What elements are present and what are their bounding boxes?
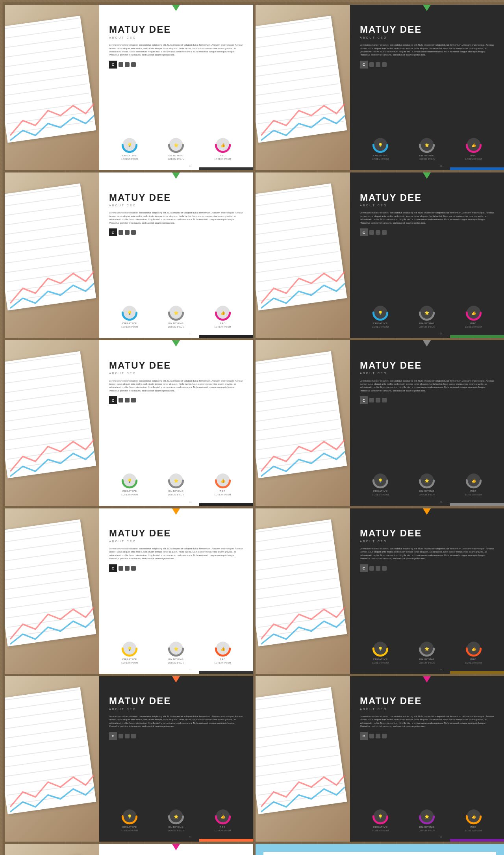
logo-row: C <box>109 228 243 236</box>
slide-title: MATUY DEE <box>360 193 494 202</box>
social-icon-1 <box>369 398 374 402</box>
bottom-bar <box>450 335 504 338</box>
svg-text:👍: 👍 <box>220 646 226 651</box>
donut-sublabel-1: LOREM IPSUM <box>168 493 184 496</box>
donut-item-2: 👍 PRO LOREM IPSUM <box>453 808 494 832</box>
donut-sublabel-0: LOREM IPSUM <box>121 662 138 664</box>
social-icon-1 <box>369 62 374 67</box>
photo-watermark: ABOUT CEO <box>258 445 261 464</box>
charts-row: 💡 CREATIVE LOREM IPSUM ⭐ <box>360 640 494 664</box>
bottom-bar <box>199 503 253 506</box>
donut-wrapper-0: 💡 <box>372 304 389 321</box>
social-icon-1 <box>119 734 123 738</box>
slide-body: Lorem ipsum dolor sit amet, consectetur … <box>109 211 243 224</box>
donut-label-1: ENJOYING <box>419 322 435 325</box>
donut-sublabel-0: LOREM IPSUM <box>121 493 138 496</box>
mini-chart <box>261 415 345 481</box>
donut-label-0: CREATIVE <box>122 154 137 157</box>
slide-inner: ABOUT CEO MATUY DEE ABOUT CEO Lorem ipsu… <box>5 340 253 506</box>
donut-wrapper-1: ⭐ <box>168 472 184 489</box>
slide-subtitle: ABOUT CEO <box>109 540 243 543</box>
social-icon-3 <box>131 734 136 738</box>
mini-chart <box>261 247 345 313</box>
slide-cell-4: ABOUT CEO MATUY DEE ABOUT CEO Lorem ipsu… <box>256 172 504 338</box>
mini-chart <box>10 751 94 817</box>
slide-subtitle: ABOUT CEO <box>360 371 494 375</box>
charts-row: 💡 CREATIVE LOREM IPSUM ⭐ <box>109 640 243 664</box>
social-icon-3 <box>382 62 387 67</box>
content-area-5: MATUY DEE ABOUT CEO Lorem ipsum dolor si… <box>99 340 253 506</box>
svg-text:💡: 💡 <box>127 311 132 316</box>
logo-row: C <box>109 564 243 572</box>
donut-label-1: ENJOYING <box>169 490 184 492</box>
slide-title: MATUY DEE <box>360 25 494 34</box>
donut-label-1: ENJOYING <box>169 154 184 157</box>
mini-chart <box>10 415 94 481</box>
donut-item-1: ⭐ ENJOYING LOREM IPSUM <box>406 640 448 664</box>
donut-sublabel-0: LOREM IPSUM <box>121 829 138 832</box>
slide-body: Lorem ipsum dolor sit amet, consectetur … <box>109 715 243 728</box>
logo-c: C <box>109 564 117 572</box>
slide-title: MATUY DEE <box>360 529 494 538</box>
donut-label-2: PRO <box>471 658 477 660</box>
donut-sublabel-2: LOREM IPSUM <box>465 829 482 832</box>
photo-watermark: ABOUT CEO <box>7 445 10 464</box>
slide-inner: ABOUT CEO MATUY DEE ABOUT CEO Lorem ipsu… <box>5 676 253 842</box>
slide-cell-2: ABOUT CEO MATUY DEE ABOUT CEO Lorem ipsu… <box>256 5 504 170</box>
page-number: 01 <box>440 668 443 671</box>
social-icon-1 <box>119 398 123 402</box>
copyright-panel: 저작권 공고 Copyright Notice C 1. 저작권(Copyrig… <box>263 852 496 855</box>
social-icon-3 <box>382 398 387 402</box>
donut-wrapper-0: 💡 <box>121 640 138 657</box>
donut-wrapper-0: 💡 <box>372 472 389 489</box>
svg-text:⭐: ⭐ <box>424 814 430 819</box>
svg-text:👍: 👍 <box>471 646 476 651</box>
donut-sublabel-2: LOREM IPSUM <box>465 662 482 664</box>
donut-label-0: CREATIVE <box>373 658 388 660</box>
charts-row: 💡 CREATIVE LOREM IPSUM ⭐ <box>360 304 494 328</box>
social-icon-1 <box>119 230 123 235</box>
logo-row: C <box>360 564 494 572</box>
bottom-bar <box>199 335 253 338</box>
slide-inner: ABOUT CEO MATUY DEE ABOUT CEO Lorem ipsu… <box>256 508 504 674</box>
donut-label-1: ENJOYING <box>419 658 435 660</box>
donut-label-2: PRO <box>471 154 477 157</box>
slide-cell-7: ABOUT CEO MATUY DEE ABOUT CEO Lorem ipsu… <box>5 508 253 674</box>
slide-title: MATUY DEE <box>109 193 243 202</box>
donut-item-0: 💡 CREATIVE LOREM IPSUM <box>360 137 401 160</box>
donut-item-2: 👍 PRO LOREM IPSUM <box>202 304 243 328</box>
slide-cell-3: ABOUT CEO MATUY DEE ABOUT CEO Lorem ipsu… <box>5 172 253 338</box>
bottom-bar <box>199 167 253 170</box>
svg-text:👍: 👍 <box>471 143 476 148</box>
donut-wrapper-2: 👍 <box>215 640 231 657</box>
slide-cell-8: ABOUT CEO MATUY DEE ABOUT CEO Lorem ipsu… <box>256 508 504 674</box>
donut-wrapper-2: 👍 <box>465 640 482 657</box>
donut-item-0: 💡 CREATIVE LOREM IPSUM <box>109 304 150 328</box>
photo-watermark: ABOUT CEO <box>7 781 10 800</box>
donut-label-1: ENJOYING <box>169 826 184 828</box>
donut-item-2: 👍 PRO LOREM IPSUM <box>453 640 494 664</box>
donut-sublabel-2: LOREM IPSUM <box>465 493 482 496</box>
slide-cell-5: ABOUT CEO MATUY DEE ABOUT CEO Lorem ipsu… <box>5 340 253 506</box>
donut-sublabel-1: LOREM IPSUM <box>419 829 435 832</box>
page-number: 01 <box>189 668 192 671</box>
donut-sublabel-0: LOREM IPSUM <box>372 326 389 328</box>
svg-text:💡: 💡 <box>127 479 132 484</box>
donut-label-0: CREATIVE <box>122 322 137 325</box>
page-number: 01 <box>440 836 443 838</box>
page-number: 01 <box>189 332 192 335</box>
donut-wrapper-0: 💡 <box>372 808 389 825</box>
slide-body: Lorem ipsum dolor sit amet, consectetur … <box>109 547 243 560</box>
social-icon-3 <box>131 62 136 67</box>
donut-sublabel-2: LOREM IPSUM <box>465 326 482 328</box>
slide-cell-10: ABOUT CEO MATUY DEE ABOUT CEO Lorem ipsu… <box>256 676 504 842</box>
svg-text:💡: 💡 <box>378 814 383 819</box>
donut-label-2: PRO <box>471 490 477 492</box>
charts-row: 💡 CREATIVE LOREM IPSUM ⭐ <box>360 137 494 160</box>
donut-item-0: 💡 CREATIVE LOREM IPSUM <box>360 808 401 832</box>
triangle-accent <box>423 340 431 347</box>
donut-label-0: CREATIVE <box>122 826 137 828</box>
svg-text:👍: 👍 <box>220 311 226 316</box>
slide-inner: ABOUT CEO MATUY DEE ABOUT CEO Lorem ipsu… <box>5 172 253 338</box>
slide-subtitle: ABOUT CEO <box>360 540 494 543</box>
